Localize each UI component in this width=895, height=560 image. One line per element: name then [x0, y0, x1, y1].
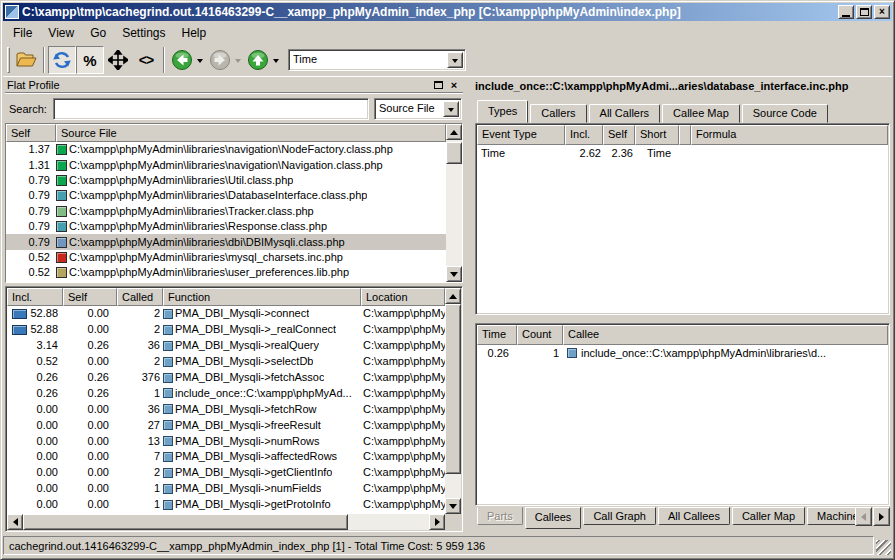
relative-cost-button[interactable]: <> [132, 46, 160, 74]
column-header-time[interactable]: Time [477, 325, 517, 345]
cell-location: C:\xampp\phpMy... [361, 354, 445, 369]
column-header-incl[interactable]: Incl. [7, 288, 63, 306]
menu-item-go[interactable]: Go [82, 23, 114, 43]
close-icon: × [451, 79, 457, 91]
source-row[interactable]: 0.79 C:\xampp\phpMyAdmin\libraries\Datab… [6, 188, 446, 203]
scrollbar-track[interactable] [23, 514, 429, 530]
dock-titlebar[interactable]: Flat Profile × [5, 77, 463, 93]
up-dropdown-chevron-icon[interactable] [273, 59, 279, 66]
source-row[interactable]: 0.79 C:\xampp\phpMyAdmin\libraries\Respo… [6, 219, 446, 234]
tab-all-callers[interactable]: All Callers [589, 104, 661, 123]
up-button[interactable] [244, 46, 272, 74]
scroll-left-button[interactable] [7, 514, 23, 530]
close-button[interactable]: × [874, 5, 890, 19]
menu-item-file[interactable]: File [5, 23, 40, 43]
toolbar-grip[interactable] [7, 47, 10, 73]
column-header-self[interactable]: Self [6, 124, 56, 142]
menu-item-help[interactable]: Help [174, 23, 215, 43]
source-row[interactable]: 1.37 C:\xampp\phpMyAdmin\libraries\navig… [6, 142, 446, 157]
resize-grip[interactable] [876, 540, 891, 555]
scrollbar-track[interactable] [445, 304, 461, 498]
expand-areas-button[interactable] [104, 46, 132, 74]
menu-item-view[interactable]: View [40, 23, 82, 43]
source-row[interactable]: 0.79 C:\xampp\phpMyAdmin\libraries\Util.… [6, 173, 446, 188]
open-file-button[interactable] [12, 46, 40, 74]
event-type-row[interactable]: Time 2.62 2.36 Time [477, 145, 888, 161]
column-header-self[interactable]: Self [63, 288, 117, 306]
source-row[interactable]: 1.31 C:\xampp\phpMyAdmin\libraries\navig… [6, 157, 446, 172]
tabbar-scroll-buttons [854, 507, 890, 526]
search-input[interactable] [53, 98, 369, 120]
tab-source-code[interactable]: Source Code [742, 104, 828, 123]
tab-callees[interactable]: Callees [525, 507, 582, 529]
scrollbar-thumb[interactable] [445, 304, 461, 474]
function-row[interactable]: 0.00 0.00 36 PMA_DBI_Mysqli->fetchRow C:… [7, 401, 445, 417]
forward-button[interactable] [206, 46, 234, 74]
function-row[interactable]: 0.00 0.00 1 PMA_DBI_Mysqli->numFields C:… [7, 481, 445, 497]
tab-callers[interactable]: Callers [530, 104, 586, 123]
scrollbar-thumb[interactable] [23, 514, 348, 530]
percent-toggle-button[interactable]: % [76, 46, 104, 74]
up-arrow-icon [450, 126, 458, 135]
combo-dropdown-button[interactable] [443, 101, 459, 117]
vertical-splitter[interactable] [465, 77, 473, 534]
column-header-location[interactable]: Location [361, 288, 445, 306]
scrollbar-horizontal[interactable] [7, 514, 461, 530]
tab-callee-map[interactable]: Callee Map [662, 104, 740, 123]
tab-caller-map[interactable]: Caller Map [732, 507, 805, 525]
scroll-down-button[interactable] [446, 266, 462, 282]
maximize-button[interactable] [856, 5, 872, 19]
scrollbar-vertical[interactable] [446, 124, 462, 282]
horizontal-splitter[interactable] [473, 315, 892, 323]
column-header-source-file[interactable]: Source File [56, 124, 446, 142]
combo-dropdown-button[interactable] [447, 52, 463, 68]
function-row[interactable]: 0.00 0.00 2 PMA_DBI_Mysqli->getClientInf… [7, 465, 445, 481]
function-row[interactable]: 0.52 0.00 2 PMA_DBI_Mysqli->selectDb C:\… [7, 354, 445, 370]
column-header-formula[interactable]: Formula [691, 125, 888, 145]
column-header-self[interactable]: Self [603, 125, 635, 145]
menu-item-settings[interactable]: Settings [114, 23, 173, 43]
scroll-right-button[interactable] [429, 514, 445, 530]
group-by-combo[interactable]: Source File [374, 98, 462, 120]
scroll-up-button[interactable] [445, 288, 461, 304]
source-row[interactable]: 0.52 C:\xampp\phpMyAdmin\libraries\user_… [6, 265, 446, 280]
column-header-incl[interactable]: Incl. [565, 125, 603, 145]
back-dropdown-chevron-icon[interactable] [197, 59, 203, 66]
tab-machine-code[interactable]: Machine Code [807, 507, 859, 525]
scroll-down-button[interactable] [445, 498, 461, 514]
scrollbar-thumb[interactable] [446, 142, 462, 164]
function-row[interactable]: 0.00 0.00 1 PMA_DBI_Mysqli->getProtoInfo… [7, 497, 445, 513]
function-row[interactable]: 0.00 0.00 7 PMA_DBI_Mysqli->affectedRows… [7, 449, 445, 465]
callee-row[interactable]: 0.26 1 include_once::C:\xampp\phpMyAdmin… [477, 345, 888, 361]
tab-types[interactable]: Types [477, 100, 528, 123]
dock-float-button[interactable] [431, 78, 445, 91]
function-row[interactable]: 3.14 0.26 36 PMA_DBI_Mysqli->realQuery C… [7, 338, 445, 354]
event-type-combo[interactable]: Time [288, 49, 466, 71]
minimize-button[interactable] [838, 5, 854, 19]
function-row[interactable]: 52.88 0.00 2 PMA_DBI_Mysqli->connect C:\… [7, 306, 445, 322]
function-row[interactable]: 0.00 0.00 27 PMA_DBI_Mysqli->freeResult … [7, 417, 445, 433]
column-header-count[interactable]: Count [517, 325, 563, 345]
scrollbar-track[interactable] [446, 140, 462, 266]
column-header-event-type[interactable]: Event Type [477, 125, 565, 145]
function-row[interactable]: 0.00 0.00 13 PMA_DBI_Mysqli->numRows C:\… [7, 433, 445, 449]
column-header-called[interactable]: Called [117, 288, 163, 306]
back-button[interactable] [168, 46, 196, 74]
source-row[interactable]: 0.52 C:\xampp\phpMyAdmin\libraries\mysql… [6, 250, 446, 265]
function-row[interactable]: 0.26 0.26 376 PMA_DBI_Mysqli->fetchAssoc… [7, 370, 445, 386]
reload-button[interactable] [48, 46, 76, 74]
source-row[interactable]: 0.79 C:\xampp\phpMyAdmin\libraries\Track… [6, 204, 446, 219]
column-header-callee[interactable]: Callee [563, 325, 888, 345]
column-header-function[interactable]: Function [163, 288, 361, 306]
function-row[interactable]: 52.88 0.00 2 PMA_DBI_Mysqli->_realConnec… [7, 322, 445, 338]
function-row[interactable]: 0.26 0.26 1 include_once::C:\xampp\phpMy… [7, 385, 445, 401]
titlebar[interactable]: C:\xampp\tmp\cachegrind.out.1416463299-C… [3, 3, 892, 21]
tab-all-callees[interactable]: All Callees [658, 507, 730, 525]
column-header-short[interactable]: Short [635, 125, 679, 145]
scroll-up-button[interactable] [446, 124, 462, 140]
source-row[interactable]: 0.79 C:\xampp\phpMyAdmin\libraries\dbi\D… [6, 234, 446, 249]
dock-close-button[interactable]: × [447, 78, 461, 91]
tabbar-scroll-right-button[interactable] [873, 507, 890, 526]
scrollbar-vertical[interactable] [445, 288, 461, 514]
tab-call-graph[interactable]: Call Graph [583, 507, 656, 525]
